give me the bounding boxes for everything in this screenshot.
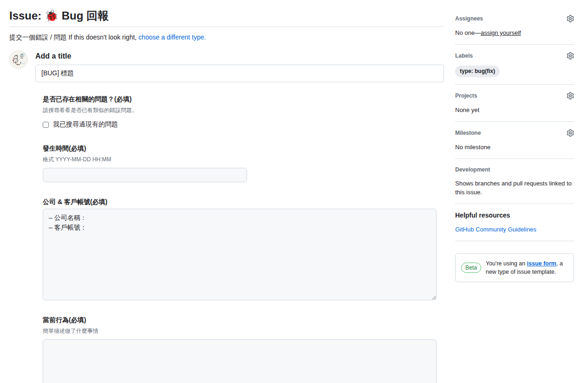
assignees-heading: Assignees [455,15,483,22]
assign-yourself-link[interactable]: assign yourself [481,29,521,36]
searched-existing-checkbox-row[interactable]: 我已搜尋過現有的問題 [43,120,437,129]
issue-form-fields: 是否已存在相關的問題？(必填) 請搜尋看看是否已有類似的錯誤問題。 我已搜尋過現… [43,94,437,383]
sidebar-section-helpful-resources: Helpful resources GitHub Community Guide… [455,211,574,241]
issue-title-input[interactable] [35,65,444,82]
projects-empty-text: None yet [455,106,574,114]
labels-heading: Labels [455,53,473,59]
assignees-gear-button[interactable] [567,15,574,22]
page-title: Issue: 🐞 Bug 回報 [9,9,444,27]
field-company-account: 公司 & 客戶帳號(必填) – 公司名稱： – 客戶帳號： [43,197,437,300]
beta-badge: Beta [461,263,481,273]
add-title-label: Add a title [35,52,444,60]
field-existing-issue: 是否已存在相關的問題？(必填) 請搜尋看看是否已有類似的錯誤問題。 我已搜尋過現… [43,94,437,129]
main-column: Issue: 🐞 Bug 回報 提交一個錯誤 / 問題 If this does… [9,9,444,383]
field-caption: 請搜尋看看是否已有類似的錯誤問題。 [43,106,437,114]
development-description: Shows branches and pull requests linked … [455,179,574,197]
field-label: 是否已存在相關的問題？(必填) [43,94,437,104]
milestone-heading: Milestone [455,130,481,136]
sidebar-section-projects: Projects None yet [455,92,574,122]
avatar-doodle [9,50,28,69]
checkbox-label[interactable]: 我已搜尋過現有的問題 [53,120,118,129]
field-current-behavior: 當前行為(必填) 簡單描述做了什麼事情 [43,315,437,383]
gear-icon [567,15,574,22]
field-caption: 簡單描述做了什麼事情 [43,327,437,335]
milestone-empty-text: No milestone [455,143,574,152]
subtitle-text: 提交一個錯誤 / 問題 If this doesn't look right, [9,33,138,41]
milestone-gear-button[interactable] [567,129,574,137]
labels-gear-button[interactable] [567,52,574,59]
sidebar-section-milestone: Milestone No milestone [455,129,574,159]
label-badge-type-bugfix[interactable]: type: bug(fix) [455,66,500,77]
searched-existing-checkbox[interactable] [43,122,49,128]
issue-composer: Add a title 是否已存在相關的問題？(必填) 請搜尋看看是否已有類似的… [9,50,444,383]
field-label: 當前行為(必填) [43,315,437,324]
field-occurred-at: 發生時間(必填) 格式 YYYY-MM-DD HH:MM [43,144,437,182]
composer-body: Add a title 是否已存在相關的問題？(必填) 請搜尋看看是否已有類似的… [35,50,444,383]
occurred-at-input[interactable] [43,168,247,182]
field-label: 發生時間(必填) [43,144,437,153]
assignees-empty-text: No one— [455,29,481,36]
helpful-resources-heading: Helpful resources [455,211,510,219]
sidebar-section-labels: Labels type: bug(fix) [455,52,574,85]
company-account-textarea[interactable]: – 公司名稱： – 客戶帳號： [43,209,437,300]
development-heading: Development [455,166,490,173]
choose-different-type-link[interactable]: choose a different type. [138,33,206,41]
sidebar-section-development: Development Shows branches and pull requ… [455,166,574,204]
gear-icon [567,92,574,99]
current-behavior-textarea[interactable] [43,339,437,383]
beta-note-text: You're using an [486,260,527,267]
field-label: 公司 & 客戶帳號(必填) [43,197,437,206]
avatar [9,50,28,69]
gear-icon [567,52,574,59]
page: Issue: 🐞 Bug 回報 提交一個錯誤 / 問題 If this does… [0,0,588,383]
gear-icon [567,129,574,137]
projects-gear-button[interactable] [567,92,574,99]
sidebar-section-assignees: Assignees No one—assign yourself [455,15,574,45]
field-caption: 格式 YYYY-MM-DD HH:MM [43,155,437,164]
issue-sidebar: Assignees No one—assign yourself Labels … [455,9,574,383]
community-guidelines-link[interactable]: GitHub Community Guidelines [455,226,536,233]
issue-form-link[interactable]: issue form [527,260,556,267]
beta-note-box: Beta You're using an issue form, a new t… [455,253,574,282]
subtitle: 提交一個錯誤 / 問題 If this doesn't look right, … [9,33,444,42]
projects-heading: Projects [455,92,477,99]
